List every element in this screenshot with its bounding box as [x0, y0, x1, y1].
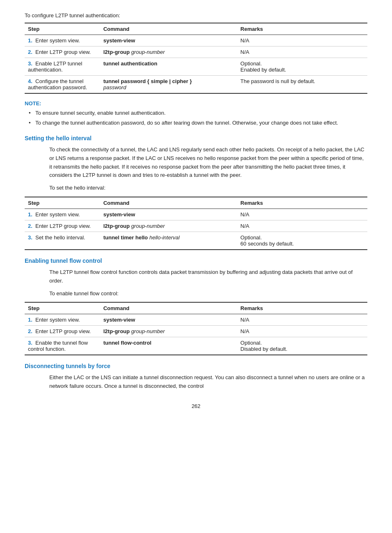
cmd-text: system-view [103, 317, 135, 323]
hello-table-header-remarks: Remarks [237, 197, 367, 209]
flow-control-intro: To enable tunnel flow control: [49, 290, 367, 298]
step-num: 4. [28, 78, 32, 84]
cmd-text: tunnel authentication [103, 60, 157, 67]
hello-interval-heading: Setting the hello interval [25, 135, 367, 141]
cmd-text: tunnel timer hello [103, 234, 149, 241]
flow-table-header-command: Command [100, 302, 237, 314]
hello-table: Step Command Remarks 1. Enter system vie… [25, 197, 367, 250]
auth-table-header-remarks: Remarks [237, 23, 367, 35]
table-row: 1. Enter system view. system-view N/A [25, 314, 367, 326]
hello-table-header-step: Step [25, 197, 100, 209]
disconnect-description: Either the LAC or the LNS can initiate a… [49, 373, 367, 391]
table-row: 2. Enter L2TP group view. l2tp-group gro… [25, 220, 367, 232]
flow-table-header-remarks: Remarks [237, 302, 367, 314]
cmd-italic-text: password [103, 84, 126, 90]
step-num: 2. [28, 223, 32, 229]
table-row: 1. Enter system view. system-view N/A [25, 35, 367, 46]
step-num: 3. [28, 234, 32, 241]
cmd-text: system-view [103, 211, 135, 218]
hello-interval-intro: To set the hello interval: [49, 184, 367, 192]
note-item: To ensure tunnel security, enable tunnel… [29, 109, 367, 117]
hello-interval-description: To check the connectivity of a tunnel, t… [49, 146, 367, 180]
auth-table-header-command: Command [100, 23, 237, 35]
cmd-text: l2tp-group [103, 223, 131, 229]
flow-control-body: The L2TP tunnel flow control function co… [49, 268, 367, 298]
page-number: 262 [25, 403, 367, 409]
auth-intro: To configure L2TP tunnel authentication: [25, 12, 367, 19]
cmd-text: tunnel flow-control [103, 340, 151, 346]
disconnect-heading: Disconnecting tunnels by force [25, 363, 367, 369]
step-num: 2. [28, 49, 32, 55]
disconnect-body: Either the LAC or the LNS can initiate a… [49, 373, 367, 391]
table-row: 3. Enable L2TP tunnelauthentication. tun… [25, 58, 367, 76]
cmd-italic-text: group-number [131, 223, 165, 229]
auth-table-header-step: Step [25, 23, 100, 35]
cmd-text: tunnel password { simple | cipher } [103, 78, 191, 84]
table-row: 1. Enter system view. system-view N/A [25, 209, 367, 220]
step-num: 1. [28, 211, 32, 218]
cmd-text: l2tp-group [103, 49, 131, 55]
step-num: 3. [28, 60, 32, 67]
table-row: 3. Enable the tunnel flowcontrol functio… [25, 337, 367, 355]
hello-table-header-command: Command [100, 197, 237, 209]
table-row: 3. Set the hello interval. tunnel timer … [25, 232, 367, 250]
auth-table: Step Command Remarks 1. Enter system vie… [25, 23, 367, 94]
flow-table: Step Command Remarks 1. Enter system vie… [25, 302, 367, 355]
note-list: To ensure tunnel security, enable tunnel… [25, 109, 367, 127]
note-section: NOTE: To ensure tunnel security, enable … [25, 100, 367, 127]
flow-control-heading: Enabling tunnel flow control [25, 257, 367, 264]
step-num: 1. [28, 37, 32, 44]
cmd-text: system-view [103, 37, 135, 44]
cmd-italic-text: group-number [131, 49, 165, 55]
hello-interval-body: To check the connectivity of a tunnel, t… [49, 146, 367, 192]
cmd-text: l2tp-group [103, 328, 131, 334]
note-item: To change the tunnel authentication pass… [29, 119, 367, 127]
flow-control-description: The L2TP tunnel flow control function co… [49, 268, 367, 285]
step-num: 1. [28, 317, 32, 323]
note-label: NOTE: [25, 100, 367, 107]
cmd-italic-text: group-number [131, 328, 165, 334]
cmd-italic-text: hello-interval [149, 234, 180, 241]
step-num: 2. [28, 328, 32, 334]
flow-table-header-step: Step [25, 302, 100, 314]
step-num: 3. [28, 340, 32, 346]
table-row: 2. Enter L2TP group view. l2tp-group gro… [25, 46, 367, 58]
table-row: 4. Configure the tunnelauthentication pa… [25, 76, 367, 94]
table-row: 2. Enter L2TP group view. l2tp-group gro… [25, 326, 367, 337]
